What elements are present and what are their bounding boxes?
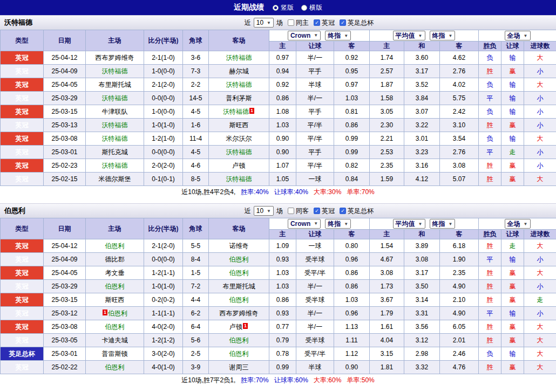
handicap-home-odds-cell: 0.93 (269, 253, 296, 266)
avg-home-odds-cell: 3.05 (370, 105, 404, 119)
avg-away-odds-cell: 6.05 (440, 320, 479, 334)
avg-draw-odds-cell: 2.98 (404, 347, 440, 361)
column-header: 让球 (296, 230, 334, 239)
avg-away-odds-cell: 2.76 (440, 146, 479, 159)
handicap-result-cell: 赢 (501, 159, 524, 173)
filter-checkbox[interactable]: 英冠 (314, 18, 335, 27)
handicap-result-cell: 赢 (501, 266, 524, 280)
filter-checkbox[interactable]: 英足总杯 (340, 207, 374, 216)
handicap-away-odds-cell: 0.95 (334, 65, 370, 78)
score-cell: 2-0(2-0) (144, 159, 183, 173)
away-team-cell: 赫尔城 (209, 65, 269, 78)
section-header: 伯恩利近10▼场同客英冠英足总杯 (0, 203, 556, 218)
corners-cell: 3-6 (183, 51, 209, 65)
avg-away-odds-cell: 4.02 (440, 78, 479, 92)
company-select[interactable]: Crown▼ (288, 219, 321, 229)
handicap-result-cell: 走 (501, 146, 524, 159)
home-team-cell: 布里斯托城 (86, 78, 144, 92)
away-team-cell: 沃特福德1 (209, 105, 269, 119)
scope-select[interactable]: 全场▼ (505, 219, 531, 229)
score-cell: 0-0(0-0) (144, 146, 183, 159)
section-summary: 近10场,胜7平2负1,胜率:70%让球率:60%大率:60%单率:50% (0, 374, 556, 386)
handicap-away-odds-cell: 1.12 (334, 347, 370, 361)
handicap-home-odds-cell: 0.77 (269, 320, 296, 334)
home-team-cell: 斯旺西 (86, 293, 144, 307)
avg-home-odds-cell: 1.59 (370, 173, 404, 186)
filter-checkbox[interactable]: 同客 (288, 207, 309, 216)
handicap-away-odds-cell: 0.92 (334, 51, 370, 65)
company-stage-select[interactable]: 终指▼ (325, 31, 351, 40)
chevron-down-icon: ▼ (449, 33, 453, 38)
team-name-text: 西布罗姆维奇 (96, 54, 134, 61)
checkbox-checked-icon[interactable] (314, 208, 320, 214)
radio-checked-icon (273, 5, 279, 11)
handicap-home-odds-cell: 0.78 (269, 347, 296, 361)
avg-home-odds-cell: 1.54 (370, 239, 404, 253)
match-result-cell: 平 (479, 307, 501, 320)
match-result-cell: 平 (479, 92, 501, 105)
column-header: 类型 (1, 30, 44, 51)
odds-company-controls: Crown▼终指▼ (269, 218, 370, 230)
goals-result-cell: 大 (524, 173, 556, 186)
scope-select[interactable]: 全场▼ (505, 31, 531, 40)
home-team-cell: 卡迪夫城 (86, 334, 144, 347)
team-name-text: 牛津联队 (102, 108, 128, 115)
recent-count-select[interactable]: 10▼ (254, 18, 274, 27)
avg-home-odds-cell: 2.57 (370, 65, 404, 78)
average-select[interactable]: 平均值▼ (393, 31, 425, 40)
handicap-line-cell: 平手 (296, 65, 334, 78)
recent-count-select-value: 10 (256, 19, 263, 26)
checkbox-unchecked-icon[interactable] (288, 19, 294, 26)
match-row: 英冠25-04-05考文垂1-2(1-1)1-5伯恩利1.03受平/半0.863… (1, 266, 556, 280)
team-name-text: 斯托克城 (102, 148, 128, 156)
competition-badge: 英冠 (1, 146, 44, 159)
score-cell: 1-2(1-2) (144, 334, 183, 347)
match-date: 25-02-22 (44, 361, 86, 374)
match-row: 英冠25-04-05布里斯托城2-1(2-0)2-2沃特福德0.92半球0.97… (1, 78, 556, 92)
column-header: 主 (370, 230, 404, 239)
team-section: 沃特福德近10▼场同主英冠英足总杯类型日期主场比分(半场)角球客场Crown▼终… (0, 15, 556, 198)
corners-cell: 3-9 (183, 361, 209, 374)
view-mode-radio[interactable]: 横版 (301, 3, 322, 12)
team-name-text: 伯恩利 (229, 269, 249, 277)
view-mode-radio[interactable]: 竖版 (273, 3, 294, 12)
company-stage-select[interactable]: 终指▼ (325, 219, 351, 229)
score-cell: 0-2(0-2) (144, 293, 183, 307)
avg-away-odds-cell: 5.75 (440, 92, 479, 105)
handicap-result-cell: 走 (501, 239, 524, 253)
average-select[interactable]: 平均值▼ (393, 219, 425, 229)
filter-checkbox[interactable]: 英冠 (314, 207, 335, 216)
handicap-home-odds-cell: 1.07 (269, 159, 296, 173)
checkbox-unchecked-icon[interactable] (288, 208, 294, 214)
recent-count-select[interactable]: 10▼ (254, 206, 274, 216)
filter-checkbox[interactable]: 同主 (288, 18, 309, 27)
column-header: 进球数 (524, 42, 556, 51)
team-name-text: 沃特福德 (226, 148, 252, 156)
filter-checkbox[interactable]: 英足总杯 (340, 18, 374, 27)
score-cell: 0-1(0-1) (144, 173, 183, 186)
home-team-cell: 沃特福德 (86, 92, 144, 105)
score-cell: 4-0(2-0) (144, 320, 183, 334)
home-team-cell: 德比郡 (86, 253, 144, 266)
checkbox-checked-icon[interactable] (314, 19, 320, 26)
column-header: 客 (334, 230, 370, 239)
handicap-home-odds-cell: 0.92 (269, 78, 296, 92)
summary-stat: 单率:50% (347, 376, 374, 385)
match-row: 英冠25-03-01斯托克城0-0(0-0)4-5沃特福德0.90平手0.992… (1, 146, 556, 159)
home-team-cell: 1伯恩利 (86, 307, 144, 320)
goals-result-cell: 大 (524, 320, 556, 334)
avg-draw-odds-cell: 4.12 (404, 173, 440, 186)
recent-label: 近 (245, 18, 251, 27)
handicap-home-odds-cell: 1.03 (269, 266, 296, 280)
average-stage-select[interactable]: 终指▼ (430, 219, 456, 229)
match-result-cell: 胜 (479, 173, 501, 186)
checkbox-checked-icon[interactable] (340, 19, 346, 26)
company-select[interactable]: Crown▼ (288, 31, 321, 40)
handicap-result-cell: 赢 (501, 65, 524, 78)
corners-cell: 5-6 (183, 334, 209, 347)
checkbox-checked-icon[interactable] (340, 208, 346, 214)
handicap-line-cell: 一球 (296, 173, 334, 186)
match-date: 25-03-15 (44, 105, 86, 119)
average-stage-select[interactable]: 终指▼ (430, 31, 456, 40)
score-cell: 2-1(2-0) (144, 78, 183, 92)
